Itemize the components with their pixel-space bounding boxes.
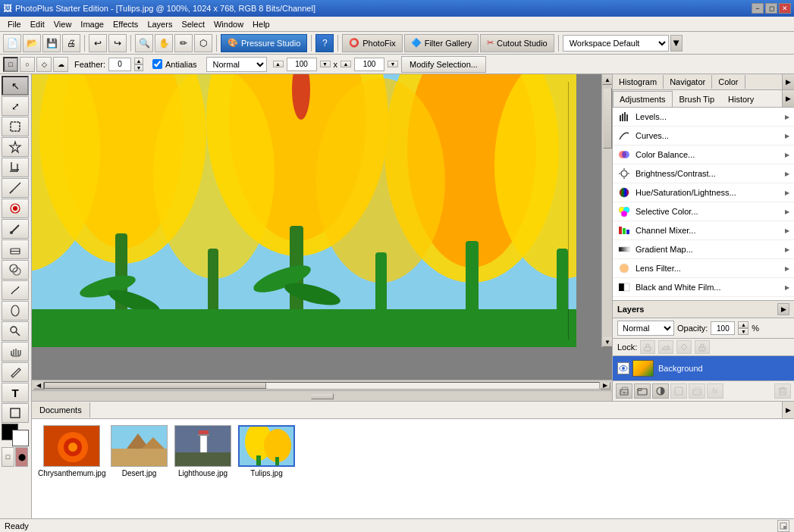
menu-file[interactable]: File xyxy=(3,18,26,30)
magic-wand-btn[interactable] xyxy=(2,137,29,157)
open-btn[interactable]: 📂 xyxy=(23,34,41,52)
workspace-arrow-btn[interactable]: ▼ xyxy=(670,35,683,52)
lock-position-btn[interactable] xyxy=(676,340,692,354)
antialias-checkbox[interactable] xyxy=(152,59,162,69)
hand-tool-btn[interactable] xyxy=(2,342,29,361)
size2-up-btn[interactable]: ▲ xyxy=(341,61,351,67)
horizontal-scrollbar[interactable]: ◀ ▶ xyxy=(32,380,612,390)
opacity-down-btn[interactable]: ▼ xyxy=(738,328,748,335)
lock-image-btn[interactable] xyxy=(658,340,673,354)
bw-film-item[interactable]: Black and White Film... ▶ xyxy=(613,278,794,297)
photofix-btn[interactable]: ⭕ PhotoFix xyxy=(342,34,402,52)
vscroll-track[interactable] xyxy=(602,85,612,336)
documents-tab[interactable]: Documents xyxy=(32,402,90,418)
new-group-btn[interactable] xyxy=(634,383,651,399)
smudge-btn[interactable] xyxy=(2,280,29,300)
lock-all-btn[interactable] xyxy=(695,340,710,354)
menu-window[interactable]: Window xyxy=(209,18,248,30)
scroll-down-btn[interactable]: ▼ xyxy=(602,336,612,347)
hand-btn[interactable]: ✋ xyxy=(155,34,173,52)
freehand-select-btn[interactable]: ☁ xyxy=(53,57,68,72)
lock-transparent-btn[interactable] xyxy=(640,340,655,354)
blend-mode-dropdown[interactable]: Normal xyxy=(206,57,267,72)
menu-effects[interactable]: Effects xyxy=(108,18,143,30)
pen-tool-btn[interactable] xyxy=(2,362,29,382)
scroll-right-btn[interactable]: ▶ xyxy=(600,382,610,390)
mask-layer-btn[interactable] xyxy=(670,383,687,399)
history-tab[interactable]: History xyxy=(721,91,761,107)
undo-btn[interactable]: ↩ xyxy=(89,34,107,52)
color-picker[interactable] xyxy=(2,424,29,446)
zoom-btn[interactable]: 🔍 xyxy=(135,34,153,52)
feather-up-btn[interactable]: ▲ xyxy=(134,58,143,64)
hscroll-thumb[interactable] xyxy=(45,383,266,389)
levels-item[interactable]: Levels... ▶ xyxy=(613,108,794,127)
size2-down-btn[interactable]: ▼ xyxy=(388,61,398,67)
menu-help[interactable]: Help xyxy=(248,18,275,30)
eyedropper-btn[interactable]: ✏ xyxy=(174,34,193,52)
app-restore-btn[interactable]: ◻ xyxy=(765,3,777,14)
opacity-input[interactable] xyxy=(711,321,735,335)
modify-selection-btn[interactable]: Modify Selection... xyxy=(401,56,486,73)
dodge-btn[interactable] xyxy=(2,301,29,321)
gradient-map-item[interactable]: Gradient Map... ▶ xyxy=(613,240,794,259)
clipping-mask-btn[interactable] xyxy=(689,383,705,399)
clone-btn[interactable] xyxy=(2,260,29,280)
size1-input[interactable] xyxy=(287,58,317,71)
save-btn[interactable]: 💾 xyxy=(42,34,61,52)
brightness-item[interactable]: Brightness/Contrast... ▶ xyxy=(613,164,794,183)
scroll-up-btn[interactable]: ▲ xyxy=(602,74,612,85)
lens-filter-item[interactable]: Lens Filter... ▶ xyxy=(613,259,794,278)
redeye-tool-btn[interactable] xyxy=(2,199,29,218)
navigator-tab[interactable]: Navigator xyxy=(664,75,712,89)
menu-edit[interactable]: Edit xyxy=(26,18,49,30)
rect-select-btn[interactable]: □ xyxy=(3,57,18,72)
new-layer-btn[interactable] xyxy=(616,383,632,399)
cutout-studio-btn[interactable]: ✂ Cutout Studio xyxy=(480,34,554,52)
paintbrush-btn[interactable] xyxy=(2,219,29,239)
background-layer-item[interactable]: Background xyxy=(613,356,794,380)
new-file-btn[interactable]: 📄 xyxy=(3,34,21,52)
size2-input[interactable] xyxy=(354,58,384,71)
menu-view[interactable]: View xyxy=(49,18,77,30)
docs-expand-btn[interactable]: ▶ xyxy=(782,402,794,418)
menu-image[interactable]: Image xyxy=(76,18,108,30)
print-btn[interactable]: 🖨 xyxy=(62,34,80,52)
doc-tulips[interactable]: Tulips.jpg xyxy=(236,425,297,512)
app-close-btn[interactable]: ✕ xyxy=(779,3,791,14)
color-tab[interactable]: Color xyxy=(712,75,745,89)
hue-item[interactable]: Hue/Saturation/Lightness... ▶ xyxy=(613,183,794,202)
wand-btn[interactable]: ⬡ xyxy=(194,34,212,52)
doc-lighthouse[interactable]: Lighthouse.jpg xyxy=(172,425,233,512)
adj-expand-btn[interactable]: ▶ xyxy=(782,90,794,107)
color-balance-item[interactable]: Color Balance... ▶ xyxy=(613,146,794,164)
scroll-left-btn[interactable]: ◀ xyxy=(33,382,44,390)
menu-layers[interactable]: Layers xyxy=(143,18,177,30)
redo-btn[interactable]: ↪ xyxy=(108,34,127,52)
size1-up-btn[interactable]: ▲ xyxy=(273,61,284,67)
ellipse-select-btn[interactable]: ○ xyxy=(20,57,35,72)
lasso-tool-btn[interactable] xyxy=(2,117,29,136)
menu-select[interactable]: Select xyxy=(177,18,209,30)
layer-visibility-btn[interactable] xyxy=(617,362,629,374)
status-expand-btn[interactable] xyxy=(777,520,789,532)
crop-tool-btn[interactable] xyxy=(2,158,29,177)
opacity-up-btn[interactable]: ▲ xyxy=(738,321,748,328)
workspace-select[interactable]: Workspace Default xyxy=(563,35,669,52)
panel-top-expand[interactable]: ▶ xyxy=(782,74,794,89)
size1-down-btn[interactable]: ▼ xyxy=(320,61,331,67)
measure-tool-btn[interactable] xyxy=(2,178,29,198)
fx-btn[interactable]: fx xyxy=(707,383,723,399)
app-minimize-btn[interactable]: − xyxy=(752,3,764,14)
shape-tool-btn[interactable] xyxy=(2,403,29,423)
channel-mixer-item[interactable]: Channel Mixer... ▶ xyxy=(613,221,794,240)
diamond-select-btn[interactable]: ◇ xyxy=(36,57,52,72)
help-btn[interactable]: ? xyxy=(315,34,334,52)
adjustments-tab[interactable]: Adjustments xyxy=(613,91,673,107)
histogram-tab[interactable]: Histogram xyxy=(613,75,664,89)
pressure-studio-btn[interactable]: 🎨 Pressure Studio xyxy=(221,34,307,52)
delete-layer-btn[interactable] xyxy=(774,383,791,399)
adjust-layer-btn[interactable] xyxy=(652,383,669,399)
filter-gallery-btn[interactable]: 🔷 Filter Gallery xyxy=(404,34,479,52)
zoom-tool-btn[interactable] xyxy=(2,321,29,341)
